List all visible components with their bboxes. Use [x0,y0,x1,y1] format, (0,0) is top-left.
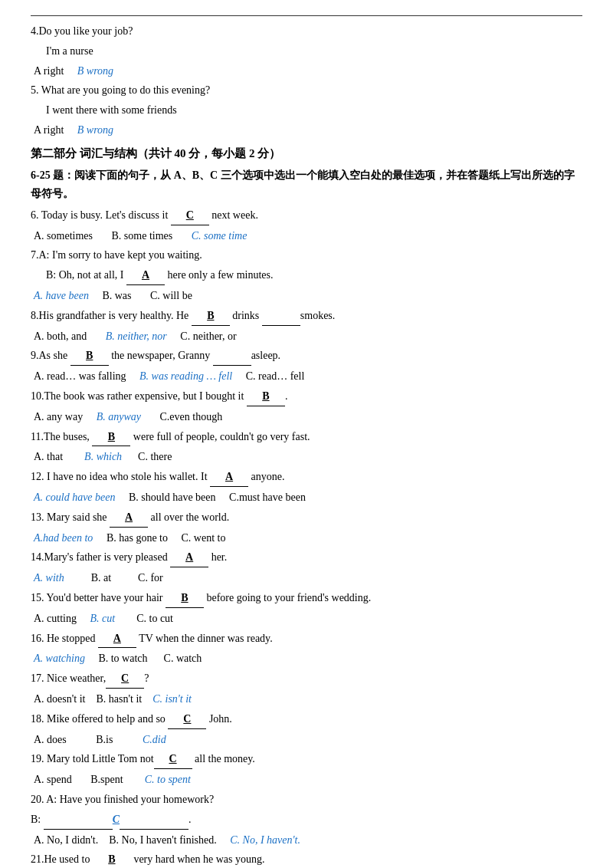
q18-blank: C [168,710,206,729]
q16-answer-a: A. watching [34,653,85,664]
q4-options: A right B wrong [31,62,582,81]
q8-blank2 [262,307,300,326]
q7-text: 7.A: I'm sorry to have kept you waiting. [31,246,582,265]
q10-blank: B [247,387,285,406]
q14-answer-a: A. with [34,572,64,584]
q15-answer-b: B. cut [90,613,116,624]
q21-blank: B [93,850,131,868]
q18-text: 18. Mike offered to help and so C John. [31,710,582,729]
q5-text: 5. What are you going to do this evening… [31,81,582,100]
q19-blank: C [154,750,192,769]
q5-continuation: I went there with some friends [31,101,582,120]
q16-text: 16. He stopped A TV when the dinner was … [31,630,582,649]
q17-options: A. doesn't it B. hasn't it C. isn't it [31,690,582,709]
q7-blank: A [126,266,165,285]
q16-options: A. watching B. to watch C. watch [31,649,582,668]
q6-options: A. sometimes B. some times C. some time [31,227,582,245]
q13-text: 13. Mary said she A all over the world. [31,508,582,528]
q10-text: 10.The book was rather expensive, but I … [31,387,582,406]
q12-answer-a: A. could have been [34,492,116,503]
q4-continuation: I'm a nurse [31,42,582,61]
q12-blank: A [210,468,248,487]
q14-text: 14.Mary's father is very pleased A her. [31,548,582,567]
q7-answer-a: A. have been [34,290,89,301]
q5-options: A right B wrong [31,121,582,140]
q16-blank: A [98,630,136,649]
q13-blank: A [110,508,148,528]
q21-text: 21.He used to B very hard when he was yo… [31,850,582,868]
q18-answer-c: C.did [143,734,166,745]
q11-answer-b: B. which [84,451,122,462]
q18-options: A. does B.is C.did [31,731,582,749]
q15-text: 15. You'd better have your hair B before… [31,589,582,608]
q4-answer-b: B wrong [77,65,113,77]
q19-options: A. spend B.spent C. to spent [31,771,582,789]
q15-blank: B [166,589,204,608]
q14-options: A. with B. at C. for [31,569,582,587]
q20-blank-right [120,810,188,830]
q9-blank: B [70,347,109,366]
q8-answer-b: B. neither, nor [106,330,167,342]
q7-options: A. have been B. was C. will be [31,287,582,305]
section2-instruction: 6-25 题：阅读下面的句子，从 A、B、C 三个选项中选出一个能填入空白处的最… [31,166,582,203]
q19-answer-c: C. to spent [145,774,191,785]
q13-answer-a: A.had been to [34,532,93,544]
q8-blank: B [192,307,230,326]
q13-options: A.had been to B. has gone to C. went to [31,529,582,547]
q12-options: A. could have been B. should have been C… [31,488,582,507]
q17-answer-c: C. isn't it [152,693,192,705]
q17-text: 17. Nice weather,C? [31,669,582,689]
q6-text: 6. Today is busy. Let's discuss it C nex… [31,206,582,225]
q20-options: A. No, I didn't. B. No, I haven't finish… [31,831,582,850]
q7-b-text: B: Oh, not at all, I A here only a few m… [31,266,582,285]
q4-text: 4.Do you like your job? [31,22,582,41]
q15-options: A. cutting B. cut C. to cut [31,610,582,628]
q8-options: A. both, and B. neither, nor C. neither,… [31,327,582,346]
q9-options: A. read… was falling B. was reading … fe… [31,367,582,386]
q9-answer-b: B. was reading … fell [139,370,232,382]
q20-text: 20. A: Have you finished your homework? [31,791,582,809]
q19-text: 19. Mary told Little Tom notC all the mo… [31,750,582,769]
q20-answer: C [113,814,120,825]
q6-answer-c: C. some time [192,230,247,242]
q20-blank [44,810,113,830]
q11-blank: B [92,428,130,447]
q8-text: 8.His grandfather is very healthy. He B … [31,307,582,326]
q9-blank2 [213,347,251,366]
top-divider [31,15,582,16]
q11-text: 11.The buses, B were full of people, cou… [31,428,582,447]
q9-text: 9.As she B the newspaper, Granny asleep. [31,347,582,366]
q11-options: A. that B. which C. there [31,448,582,466]
q20-b-text: B: C . [31,810,582,830]
q12-text: 12. I have no idea who stole his wallet.… [31,468,582,487]
section2-title: 第二部分 词汇与结构（共计 40 分，每小题 2 分） [31,144,582,164]
q6-blank: C [171,206,209,225]
q20-answer-c: C. No, I haven't. [230,834,300,846]
q10-options: A. any way B. anyway C.even though [31,408,582,426]
q17-blank: C [106,669,144,689]
q14-blank: A [170,548,208,567]
main-page: 4.Do you like your job? I'm a nurse A ri… [31,15,582,868]
q5-answer-b: B wrong [77,124,113,136]
q10-answer-b: B. anyway [97,411,141,422]
